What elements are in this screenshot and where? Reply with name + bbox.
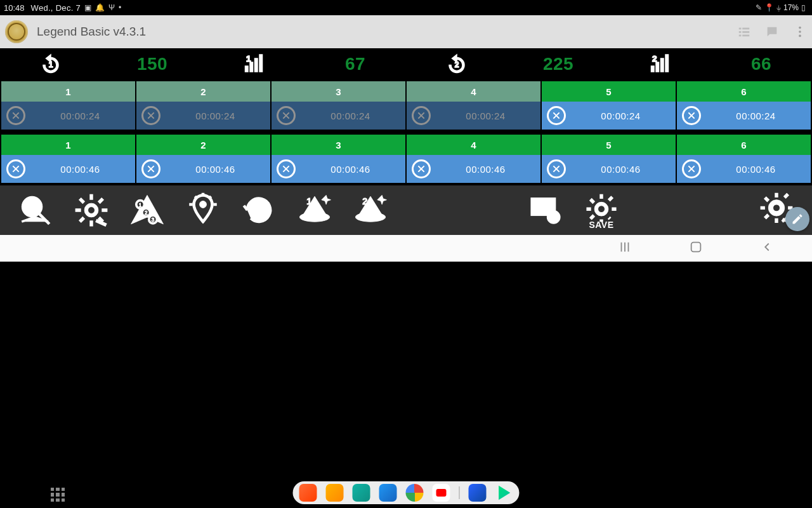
dock-app-4[interactable] <box>379 484 397 502</box>
svg-point-31 <box>355 213 385 222</box>
tool-zoom-icon[interactable] <box>11 189 60 231</box>
status-time: 10:48 <box>4 3 25 13</box>
android-navigation-bar <box>0 235 812 262</box>
dock-app-1[interactable] <box>299 484 317 502</box>
tool-settings-icon[interactable] <box>67 189 115 231</box>
overflow-icon[interactable] <box>793 25 807 39</box>
dock-app-chrome[interactable] <box>406 484 424 502</box>
column-header: 2 <box>136 135 270 155</box>
replay-1-icon: 1 <box>0 53 102 76</box>
svg-rect-13 <box>259 55 263 72</box>
tool-save-button[interactable]: SAVE <box>577 189 625 231</box>
metric-replay-1: 150 <box>137 54 167 74</box>
track-column[interactable]: 100:00:46 <box>1 135 135 183</box>
track-column[interactable]: 200:00:24 <box>136 81 270 130</box>
column-header: 1 <box>1 135 135 155</box>
column-header: 4 <box>407 81 540 102</box>
track-column[interactable]: 500:00:46 <box>542 135 676 183</box>
close-column-button[interactable] <box>682 159 701 178</box>
track-column[interactable]: 300:00:46 <box>272 135 405 183</box>
column-timer: 00:00:24 <box>601 110 640 121</box>
column-timer: 00:00:46 <box>60 164 100 175</box>
app-logo <box>5 20 28 43</box>
svg-text:2: 2 <box>455 60 459 69</box>
track-column[interactable]: 200:00:46 <box>136 135 270 183</box>
svg-point-8 <box>799 35 801 37</box>
close-column-button[interactable] <box>6 159 25 178</box>
dock-app-2[interactable] <box>326 484 344 502</box>
svg-text:1: 1 <box>49 60 53 69</box>
dock-app-3[interactable] <box>353 484 370 502</box>
svg-text:2: 2 <box>652 54 657 64</box>
tool-storage-icon[interactable]: i <box>521 189 570 231</box>
android-recent-icon[interactable] <box>618 240 632 257</box>
close-column-button[interactable] <box>277 159 296 178</box>
close-column-button[interactable] <box>412 106 431 125</box>
column-header: 6 <box>677 135 811 155</box>
android-back-icon[interactable] <box>760 240 774 257</box>
column-header: 5 <box>542 135 676 155</box>
close-column-button[interactable] <box>277 106 296 125</box>
dock-app-youtube[interactable] <box>433 484 450 502</box>
track-column[interactable]: 600:00:46 <box>677 135 811 183</box>
column-timer: 00:00:46 <box>736 164 775 175</box>
column-timer: 00:00:46 <box>466 164 505 175</box>
close-column-button[interactable] <box>547 159 566 178</box>
svg-rect-18 <box>661 58 664 72</box>
status-date: Wed., Dec. 7 <box>31 3 81 13</box>
replay-2-icon: 2 <box>406 53 508 76</box>
close-column-button[interactable] <box>547 106 566 125</box>
dock-app-5[interactable] <box>469 484 487 502</box>
tool-history-icon[interactable] <box>235 189 283 231</box>
close-column-button[interactable] <box>141 106 160 125</box>
column-footer: 00:00:24 <box>136 102 270 130</box>
track-column[interactable]: 400:00:46 <box>407 135 540 183</box>
battery-text: 17% <box>783 3 799 12</box>
close-column-button[interactable] <box>6 106 25 125</box>
close-column-button[interactable] <box>412 159 431 178</box>
svg-text:2: 2 <box>362 196 367 206</box>
app-drawer-icon[interactable] <box>51 488 65 502</box>
metric-signal-2: 66 <box>751 54 771 74</box>
svg-text:1: 1 <box>139 203 142 208</box>
edit-row-button[interactable] <box>785 207 809 231</box>
column-timer: 00:00:24 <box>60 110 100 121</box>
column-timer: 00:00:24 <box>736 110 775 121</box>
track-column[interactable]: 100:00:24 <box>1 81 135 130</box>
track-column[interactable]: 600:00:24 <box>677 81 811 130</box>
track-row-1: 100:00:24200:00:24300:00:24400:00:24500:… <box>0 81 812 130</box>
track-column[interactable]: 400:00:24 <box>407 81 540 130</box>
svg-rect-11 <box>250 62 253 72</box>
wifi-icon: ⏚ <box>776 3 781 12</box>
metric-replay-2: 225 <box>543 54 573 74</box>
android-home-icon[interactable] <box>689 240 703 257</box>
usb-icon: Ψ <box>108 3 115 12</box>
column-header: 6 <box>677 81 811 102</box>
svg-point-28 <box>200 201 207 208</box>
svg-text:1: 1 <box>246 54 251 64</box>
close-column-button[interactable] <box>141 159 160 178</box>
location-icon: 📍 <box>764 3 774 12</box>
svg-point-29 <box>299 213 329 222</box>
column-header: 5 <box>542 81 676 102</box>
tool-wizard-2-icon[interactable]: 2 <box>346 189 395 231</box>
chat-icon[interactable] <box>765 25 779 39</box>
svg-rect-17 <box>656 62 659 72</box>
metric-bar: 1 150 1 67 2 225 2 66 <box>0 48 812 80</box>
track-row-2: 100:00:46200:00:46300:00:46400:00:46500:… <box>0 135 812 183</box>
track-column[interactable]: 300:00:24 <box>272 81 405 130</box>
tool-wizard-1-icon[interactable]: 1 <box>291 189 339 231</box>
dock-app-play[interactable] <box>495 484 513 502</box>
svg-text:i: i <box>553 213 554 221</box>
svg-rect-0 <box>739 28 742 30</box>
close-column-button[interactable] <box>682 106 701 125</box>
list-icon[interactable] <box>737 25 751 39</box>
tool-pin-settings-icon[interactable] <box>179 189 227 231</box>
tool-navigate-icon[interactable]: 123 <box>123 189 171 231</box>
svg-point-7 <box>799 30 801 33</box>
track-column[interactable]: 500:00:24 <box>542 81 676 130</box>
svg-rect-12 <box>255 58 258 72</box>
notification-icon: 🔔 <box>95 3 105 12</box>
column-header: 4 <box>407 135 540 155</box>
app-toolbar: Legend Basic v4.3.1 <box>0 15 812 48</box>
